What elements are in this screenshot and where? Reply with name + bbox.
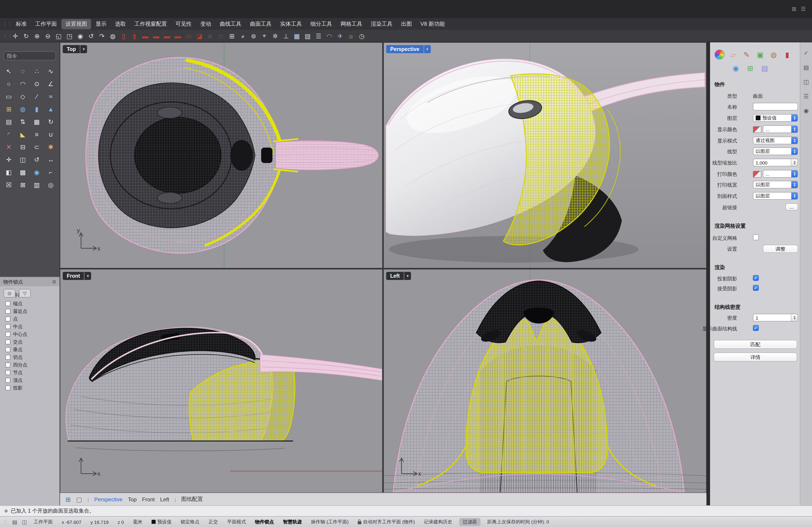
clipping-plane-icon[interactable]: ▯	[119, 31, 128, 40]
strip-panel-icon[interactable]: ◫	[803, 78, 809, 85]
polyline-tool-icon[interactable]: ∠	[45, 78, 56, 89]
section-style-dropdown[interactable]: 以图层▲▼	[753, 192, 798, 200]
point-tool-icon[interactable]: ∴	[31, 66, 42, 77]
menu-item-15[interactable]: V8 新功能	[416, 19, 449, 29]
menu-item-4[interactable]: 选取	[111, 19, 130, 29]
receive-shadows-checkbox[interactable]: ✓	[753, 285, 759, 291]
offset-tool-icon[interactable]: ≡	[31, 129, 42, 140]
camera-icon[interactable]: ◙	[206, 31, 215, 40]
lasso-tool-icon[interactable]: ◌	[17, 66, 28, 77]
join-tool-icon[interactable]: ⊂	[31, 141, 42, 152]
coordinate-y[interactable]: y 16.719	[86, 519, 113, 525]
texture-tab-icon[interactable]: ◍	[769, 49, 779, 60]
grid-snap-toggle[interactable]: 锁定格点	[176, 519, 204, 525]
save-timer[interactable]: 距离上次保存的时间 (分钟): 0	[483, 519, 553, 525]
strip-target-icon[interactable]: ◉	[804, 107, 809, 114]
menu-item-7[interactable]: 变动	[196, 19, 215, 29]
compass-icon[interactable]: ◷	[357, 31, 366, 40]
rotate-view-icon[interactable]: ↻	[21, 31, 31, 40]
airplane-icon[interactable]: ✈	[336, 31, 345, 40]
status-grip[interactable]: ⋮	[0, 520, 10, 524]
loft-tool-icon[interactable]: ▦	[31, 116, 42, 127]
zoom-out-icon[interactable]: ⊖	[43, 31, 52, 40]
menu-grip[interactable]: ⋮⋮	[3, 21, 13, 26]
eraser-tab-icon[interactable]: ▱	[728, 49, 738, 60]
osnap-checkbox-2[interactable]	[5, 316, 10, 321]
menu-item-9[interactable]: 曲面工具	[246, 19, 276, 29]
history-toggle[interactable]: 记录建构历史	[419, 519, 457, 525]
split-tool-icon[interactable]: ⊟	[17, 141, 28, 152]
align-icon[interactable]: ☰	[314, 31, 323, 40]
osnap-checkbox-0[interactable]	[5, 301, 10, 306]
osnap-checkbox-7[interactable]	[5, 355, 10, 360]
ellipse-tool-icon[interactable]: ⊙	[31, 78, 42, 89]
sketch-tool-icon[interactable]: ≈	[45, 91, 56, 102]
mirror-tool-icon[interactable]: ◧	[3, 167, 14, 178]
window-layout-icon[interactable]: ⊞	[792, 6, 796, 12]
viewport-front-menu-arrow[interactable]: ▼	[85, 272, 91, 280]
strip-list-icon[interactable]: ▤	[803, 64, 809, 71]
magnifier-icon[interactable]: ◍	[108, 31, 117, 40]
window-menu-icon[interactable]: ☰	[801, 6, 806, 12]
viewport-perspective[interactable]: Perspective ▼	[383, 42, 707, 268]
shaded-sphere-icon[interactable]: ◕	[238, 31, 247, 40]
planar-toggle[interactable]: 平面模式	[223, 519, 250, 525]
toolbar-grip[interactable]: ⋮⋮	[3, 33, 13, 38]
print-width-dropdown[interactable]: 以图层▲▼	[753, 181, 798, 189]
walkabout-car-icon[interactable]: ▬	[151, 31, 161, 40]
polygon-tool-icon[interactable]: ◇	[17, 91, 28, 102]
mesh-box-icon[interactable]: ▦	[292, 31, 301, 40]
ortho-toggle[interactable]: 正交	[204, 519, 223, 525]
cast-shadows-checkbox[interactable]: ✓	[753, 275, 759, 281]
redo-view-icon[interactable]: ↷	[98, 31, 106, 40]
notes-tab-icon[interactable]: ▮	[782, 49, 792, 60]
sphere-tool-icon[interactable]: ◍	[17, 104, 28, 115]
viewport-top-menu-arrow[interactable]: ▼	[80, 45, 87, 53]
menu-item-6[interactable]: 可见性	[171, 19, 196, 29]
viewport-tab-0[interactable]: Perspective	[94, 496, 122, 502]
four-pane-layout-icon[interactable]: ⊞	[66, 496, 71, 503]
viewport-tab-3[interactable]: Left	[160, 496, 169, 502]
menu-item-11[interactable]: 细分工具	[306, 19, 336, 29]
viewport-left-label[interactable]: Left	[386, 272, 404, 280]
menu-item-1[interactable]: 工作平面	[31, 19, 61, 29]
view-menu-icon[interactable]: ◫	[20, 519, 29, 525]
stack-tab-icon[interactable]: ▤	[760, 63, 770, 73]
zoom-selected-icon[interactable]: ◉	[76, 31, 85, 40]
rotate-tool-icon[interactable]: ↺	[31, 154, 42, 165]
tripod-icon[interactable]: ⊥	[281, 31, 291, 40]
arc-tool-icon[interactable]: ◠	[17, 78, 28, 89]
object-name-input[interactable]	[753, 103, 798, 110]
menu-item-0[interactable]: 标准	[12, 19, 31, 29]
cone-tool-icon[interactable]: ▲	[45, 104, 56, 115]
viewport-tab-1[interactable]: Top	[128, 496, 137, 502]
viewport-perspective-menu-arrow[interactable]: ▼	[424, 45, 431, 53]
gear-icon[interactable]: ⚙	[52, 279, 56, 285]
viewport-tab-4[interactable]: 图纸配置	[182, 495, 203, 503]
spin-car-icon[interactable]: ▬	[173, 31, 182, 40]
osnap-checkbox-1[interactable]	[5, 309, 10, 314]
red-section-icon[interactable]: ◪	[195, 31, 204, 40]
zoom-dynamic-icon[interactable]: ⊕	[32, 31, 42, 40]
viewport-perspective-label[interactable]: Perspective	[386, 45, 423, 53]
box-display-tab-icon[interactable]: ⊞	[745, 63, 755, 73]
pencil-tab-icon[interactable]: ✎	[742, 49, 752, 60]
auto-cplane-toggle[interactable]: 自动对齐工作平面 (物件)	[353, 519, 419, 525]
viewport-tab-2[interactable]: Front	[142, 496, 155, 502]
cylinder-tool-icon[interactable]: ▮	[31, 104, 42, 115]
section-plane-icon[interactable]: ▮	[130, 31, 139, 40]
osnap-checkbox-9[interactable]	[5, 370, 10, 375]
hyperlink-button[interactable]: ...	[785, 203, 798, 211]
viewport-top[interactable]: y x Top ▼	[60, 42, 382, 268]
display-grid-icon[interactable]: ⊞	[227, 31, 236, 40]
select-tool-icon[interactable]: ↖	[3, 66, 14, 77]
extrude-tool-icon[interactable]: ⇅	[17, 116, 28, 127]
rectangle-tool-icon[interactable]: ▭	[3, 91, 14, 102]
curve-tool-icon[interactable]: ∿	[45, 66, 56, 77]
gear-burst-icon[interactable]: ✲	[271, 31, 280, 40]
smarttrack-toggle[interactable]: 智慧轨迹	[278, 519, 306, 525]
display-color-dropdown[interactable]: ...▲▼	[763, 125, 798, 133]
custom-mesh-checkbox[interactable]	[753, 235, 759, 240]
copy-tool-icon[interactable]: ◫	[17, 154, 28, 165]
viewport-left-menu-arrow[interactable]: ▼	[404, 272, 411, 280]
